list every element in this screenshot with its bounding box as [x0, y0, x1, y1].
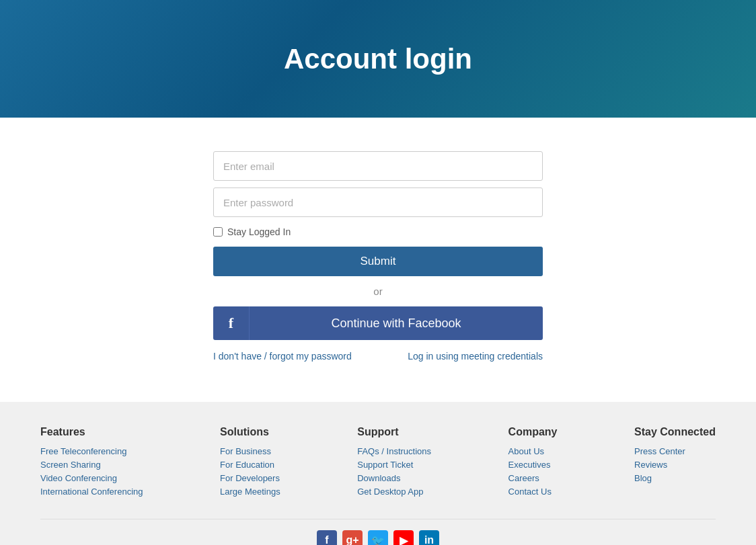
linkedin-social-icon[interactable]: in: [419, 530, 439, 545]
or-divider: or: [213, 286, 543, 297]
footer-link[interactable]: Press Center: [634, 446, 716, 456]
footer-link[interactable]: About Us: [508, 446, 558, 456]
password-field[interactable]: [213, 187, 543, 217]
footer-col-support: Support FAQs / Instructions Support Tick…: [357, 426, 431, 500]
stay-logged-in-label: Stay Logged In: [227, 226, 291, 237]
links-row: I don't have / forgot my password Log in…: [213, 351, 543, 362]
footer-link[interactable]: Executives: [508, 460, 558, 470]
footer-col-stay-connected: Stay Connected Press Center Reviews Blog: [634, 426, 716, 500]
footer-link[interactable]: Downloads: [357, 473, 431, 483]
footer-link[interactable]: For Developers: [220, 473, 280, 483]
facebook-button-label: Continue with Facebook: [250, 317, 543, 331]
page-header: Account login: [0, 0, 756, 118]
footer-col-features: Features Free Teleconferencing Screen Sh…: [40, 426, 143, 500]
footer-features-heading: Features: [40, 426, 143, 438]
login-form: Stay Logged In Submit or f Continue with…: [213, 151, 543, 362]
footer-link[interactable]: Video Conferencing: [40, 473, 143, 483]
footer-link[interactable]: FAQs / Instructions: [357, 446, 431, 456]
footer-support-heading: Support: [357, 426, 431, 438]
footer-link[interactable]: Support Ticket: [357, 460, 431, 470]
footer-company-heading: Company: [508, 426, 558, 438]
footer-link[interactable]: Screen Sharing: [40, 460, 143, 470]
footer-link[interactable]: For Education: [220, 460, 280, 470]
facebook-icon: f: [229, 315, 233, 332]
footer-link[interactable]: Careers: [508, 473, 558, 483]
forgot-password-link[interactable]: I don't have / forgot my password: [213, 351, 352, 362]
footer-link[interactable]: International Conferencing: [40, 487, 143, 497]
submit-button[interactable]: Submit: [213, 247, 543, 276]
facebook-icon-wrap: f: [213, 306, 250, 340]
twitter-social-icon[interactable]: 🐦: [368, 530, 388, 545]
stay-logged-in-checkbox[interactable]: [213, 227, 223, 237]
footer-link[interactable]: Free Teleconferencing: [40, 446, 143, 456]
footer-link[interactable]: Blog: [634, 473, 716, 483]
youtube-social-icon[interactable]: ▶: [393, 530, 414, 545]
footer-stay-connected-heading: Stay Connected: [634, 426, 716, 438]
footer-columns: Features Free Teleconferencing Screen Sh…: [40, 426, 716, 500]
footer-col-company: Company About Us Executives Careers Cont…: [508, 426, 558, 500]
footer-solutions-heading: Solutions: [220, 426, 280, 438]
google-plus-social-icon[interactable]: g+: [342, 530, 363, 545]
stay-logged-in-row: Stay Logged In: [213, 226, 543, 237]
footer: Features Free Teleconferencing Screen Sh…: [0, 402, 756, 545]
meeting-credentials-link[interactable]: Log in using meeting credentials: [408, 351, 543, 362]
footer-link[interactable]: Get Desktop App: [357, 487, 431, 497]
main-content: Stay Logged In Submit or f Continue with…: [0, 118, 756, 402]
footer-link[interactable]: Reviews: [634, 460, 716, 470]
footer-social: f g+ 🐦 ▶ in: [40, 519, 716, 545]
footer-link[interactable]: Contact Us: [508, 487, 558, 497]
facebook-login-button[interactable]: f Continue with Facebook: [213, 306, 543, 340]
footer-link[interactable]: Large Meetings: [220, 487, 280, 497]
page-title: Account login: [284, 43, 472, 75]
footer-link[interactable]: For Business: [220, 446, 280, 456]
facebook-social-icon[interactable]: f: [317, 530, 337, 545]
footer-col-solutions: Solutions For Business For Education For…: [220, 426, 280, 500]
email-field[interactable]: [213, 151, 543, 181]
